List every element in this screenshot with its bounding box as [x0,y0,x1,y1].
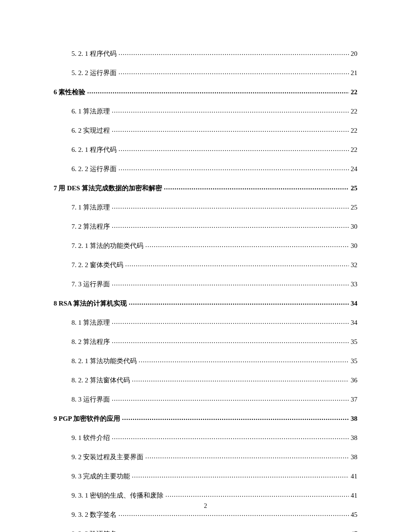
toc-leader-dots [138,356,349,365]
toc-entry-title: 6. 2. 1 程序代码 [71,145,118,155]
toc-leader-dots [145,452,349,461]
toc-entry-page: 30 [349,222,357,231]
toc-entry: 5. 2. 2 运行界面21 [71,68,357,78]
toc-leader-dots [129,298,349,307]
toc-entry: 9 PGP 加密软件的应用38 [54,414,357,423]
toc-leader-dots [112,106,349,115]
toc-leader-dots [112,221,349,230]
toc-entry-page: 36 [349,376,357,385]
toc-entry-title: 8. 2. 2 算法窗体代码 [71,376,132,385]
toc-entry-page: 33 [349,280,357,289]
toc-entry-title: 9. 3. 2 数字签名 [71,510,118,519]
toc-entry-title: 8. 3 运行界面 [71,395,112,404]
toc-entry: 7 用 DES 算法完成数据的加密和解密25 [54,184,357,193]
toc-entry-title: 9. 1 软件介绍 [71,433,112,443]
toc-leader-dots [132,375,349,384]
toc-leader-dots [112,202,349,211]
toc-entry-page: 21 [349,68,357,78]
toc-entry-title: 6. 1 算法原理 [71,107,112,116]
toc-leader-dots [87,87,349,96]
toc-entry-title: 6. 2. 2 运行界面 [71,164,118,174]
toc-leader-dots [112,125,349,134]
toc-entry-title: 9. 3. 3 验证签名 [71,529,118,532]
toc-entry-title: 7. 2. 1 算法的功能类代码 [71,241,145,251]
toc-entry-title: 9. 2 安装过程及主要界面 [71,452,145,462]
toc-leader-dots [165,490,349,499]
toc-leader-dots [132,471,349,480]
toc-leader-dots [118,528,349,532]
toc-entry-title: 8 RSA 算法的计算机实现 [54,299,129,308]
table-of-contents: 5. 2. 1 程序代码205. 2. 2 运行界面216 素性检验226. 1… [54,49,357,532]
toc-entry: 8. 2. 1 算法功能类代码35 [71,356,357,366]
toc-entry-page: 41 [349,472,357,481]
toc-entry: 7. 1 算法原理25 [71,203,357,212]
toc-entry-page: 22 [349,145,357,155]
toc-entry-title: 8. 2 算法程序 [71,337,112,347]
toc-entry: 8. 1 算法原理34 [71,318,357,327]
toc-entry-page: 47 [349,529,357,532]
toc-entry-title: 7. 2 算法程序 [71,222,112,231]
toc-leader-dots [118,144,349,154]
toc-entry-title: 5. 2. 1 程序代码 [71,49,118,59]
toc-entry: 7. 2. 2 窗体类代码32 [71,260,357,270]
toc-entry-title: 6. 2 实现过程 [71,126,112,135]
toc-entry: 8. 2. 2 算法窗体代码36 [71,376,357,385]
toc-entry: 9. 3 完成的主要功能41 [71,472,357,481]
toc-entry-title: 7. 2. 2 窗体类代码 [71,260,125,270]
toc-leader-dots [112,394,349,403]
toc-leader-dots [118,509,349,519]
toc-leader-dots [118,163,349,173]
toc-entry-title: 7. 3 运行界面 [71,280,112,289]
toc-leader-dots [125,260,349,269]
toc-entry: 9. 3. 2 数字签名45 [71,510,357,519]
toc-entry: 7. 3 运行界面33 [71,280,357,289]
toc-entry-title: 9. 3. 1 密钥的生成、传播和废除 [71,491,165,500]
toc-entry-page: 24 [349,164,357,174]
toc-entry: 5. 2. 1 程序代码20 [71,49,357,59]
toc-entry-page: 22 [349,88,357,97]
toc-entry-title: 7 用 DES 算法完成数据的加密和解密 [54,184,164,193]
toc-entry: 9. 2 安装过程及主要界面38 [71,452,357,462]
toc-leader-dots [118,48,349,58]
toc-entry-page: 38 [349,452,357,462]
page-number: 2 [0,503,411,510]
toc-entry-page: 25 [349,203,357,212]
toc-leader-dots [164,183,349,192]
toc-entry-title: 8. 2. 1 算法功能类代码 [71,356,138,366]
toc-entry-page: 38 [349,433,357,443]
toc-leader-dots [145,240,349,250]
toc-leader-dots [112,336,349,346]
toc-entry-page: 30 [349,241,357,251]
toc-entry-page: 37 [349,395,357,404]
toc-entry-page: 41 [349,491,357,500]
toc-entry-title: 8. 1 算法原理 [71,318,112,327]
toc-entry: 7. 2. 1 算法的功能类代码30 [71,241,357,251]
toc-entry: 6. 2. 2 运行界面24 [71,164,357,174]
toc-leader-dots [118,67,349,77]
toc-leader-dots [122,413,349,423]
toc-entry-title: 6 素性检验 [54,88,87,97]
toc-leader-dots [112,317,349,327]
toc-entry-page: 38 [349,414,357,423]
toc-leader-dots [112,432,349,442]
toc-entry-page: 25 [349,184,357,193]
toc-entry-page: 45 [349,510,357,519]
toc-entry-title: 9. 3 完成的主要功能 [71,472,132,481]
toc-entry-title: 7. 1 算法原理 [71,203,112,212]
toc-entry-page: 22 [349,107,357,116]
toc-entry: 9. 1 软件介绍38 [71,433,357,443]
toc-entry-title: 5. 2. 2 运行界面 [71,68,118,78]
toc-entry: 6 素性检验22 [54,88,357,97]
toc-entry: 6. 2. 1 程序代码22 [71,145,357,155]
document-page: 5. 2. 1 程序代码205. 2. 2 运行界面216 素性检验226. 1… [0,0,411,532]
toc-entry: 8 RSA 算法的计算机实现34 [54,299,357,308]
toc-entry-page: 34 [349,318,357,327]
toc-entry-page: 34 [349,299,357,308]
toc-entry: 6. 2 实现过程22 [71,126,357,135]
toc-entry: 8. 2 算法程序35 [71,337,357,347]
toc-leader-dots [112,279,349,288]
toc-entry-title: 9 PGP 加密软件的应用 [54,414,122,423]
toc-entry-page: 22 [349,126,357,135]
toc-entry-page: 35 [349,337,357,347]
toc-entry: 7. 2 算法程序30 [71,222,357,231]
